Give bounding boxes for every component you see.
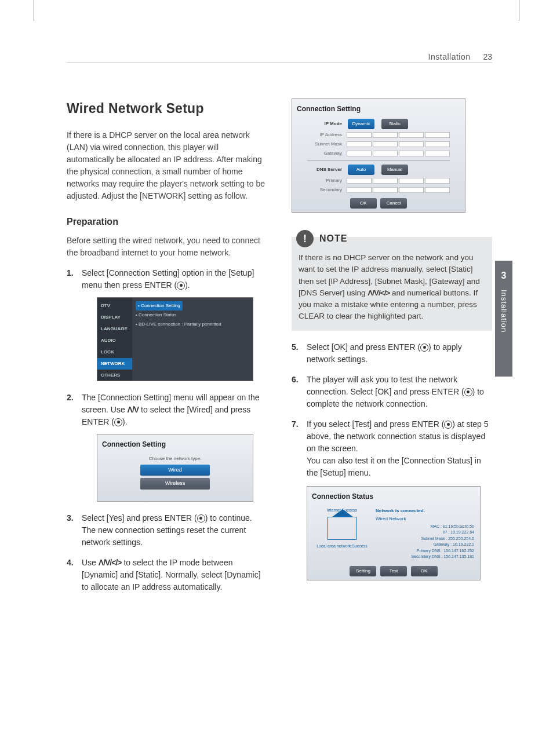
enter-icon — [114, 418, 122, 426]
option-wired: Wired — [140, 465, 210, 476]
side-tab-label: Installation — [498, 290, 510, 333]
preparation-text: Before setting the wired network, you ne… — [67, 235, 267, 259]
screenshot-setup-menu: DTV DISPLAY LANGUAGE AUDIO LOCK NETWORK … — [97, 297, 253, 381]
step-7: 7. If you select [Test] and press ENTER … — [292, 418, 492, 580]
field-label: Secondary — [307, 187, 342, 193]
section-title: Wired Network Setup — [67, 98, 267, 119]
screenshot-connection-type: Connection Setting Choose the network ty… — [97, 434, 253, 502]
step-3: 3. Select [Yes] and press ENTER () to co… — [67, 512, 267, 549]
sidebar-item: DTV — [97, 300, 132, 312]
enter-icon — [197, 514, 205, 523]
step-text: Select [Connection Setting] option in th… — [82, 268, 254, 290]
side-tab: 3 Installation — [495, 261, 512, 377]
arrows-up-down-icon: Λ/V — [128, 405, 139, 414]
status-kv: MAC : e1:1b:5b:ac:t6:5b — [376, 524, 474, 530]
field-label: Primary — [307, 177, 342, 184]
option-wireless: Wireless — [140, 478, 210, 490]
right-column: Connection Setting IP Mode Dynamic Stati… — [292, 98, 492, 601]
sidebar-item: LANGUAGE — [97, 323, 132, 335]
header-rule — [67, 63, 492, 63]
step-number: 4. — [67, 557, 74, 569]
step-number: 3. — [67, 512, 74, 524]
shot-title: Connection Setting — [296, 103, 461, 118]
page-crop-left — [34, 0, 34, 21]
step-text: Select [Yes] and press ENTER ( — [82, 513, 197, 523]
cancel-button: Cancel — [380, 198, 407, 209]
step-text: ). — [185, 280, 190, 290]
ip-mode-label: IP Mode — [307, 120, 342, 127]
status-kv: IP : 10.19.222.64 — [376, 529, 474, 536]
setup-main: • Connection Setting • Connection Status… — [132, 298, 253, 381]
status-kv: Subnet Mask : 255.255.254.0 — [376, 536, 474, 542]
menu-line-active: • Connection Setting — [136, 301, 183, 311]
step-text: If you select [Test] and press ENTER ( — [307, 419, 444, 429]
note-title: NOTE — [319, 232, 347, 246]
field-label: IP Address — [307, 132, 342, 138]
shot-title: Connection Status — [311, 490, 476, 505]
status-header: Network is connected. — [376, 507, 474, 514]
sidebar-item: AUDIO — [97, 335, 132, 346]
step-4: 4. Use Λ/V/</> to select the IP mode bet… — [67, 557, 267, 593]
note-box: ! NOTE If there is no DHCP server on the… — [292, 237, 492, 331]
dns-label: DNS Server — [307, 166, 342, 173]
step-5: 5. Select [OK] and press ENTER () to app… — [292, 341, 492, 366]
note-bang-icon: ! — [296, 230, 314, 247]
setup-sidebar: DTV DISPLAY LANGUAGE AUDIO LOCK NETWORK … — [97, 298, 132, 381]
step-text: ). — [122, 417, 128, 426]
dns-manual: Manual — [381, 165, 408, 175]
ip-mode-dynamic: Dynamic — [348, 119, 374, 129]
enter-icon — [464, 388, 472, 396]
step-number: 2. — [67, 392, 74, 404]
step-1: 1. Select [Connection Setting] option in… — [67, 267, 267, 381]
sidebar-item: OTHERS — [97, 370, 132, 381]
page-crop-right — [519, 0, 519, 21]
field-label: Subnet Mask — [307, 141, 342, 148]
status-kv: Primary DNS : 156.147.162.252 — [376, 548, 474, 554]
status-lan: Local area network:Success — [313, 543, 371, 550]
arrows-all-icon: Λ/V/</> — [99, 558, 122, 567]
step-number: 1. — [67, 267, 74, 279]
setting-button: Setting — [350, 566, 376, 576]
step-number: 7. — [292, 418, 299, 430]
step-2: 2. The [Connection Setting] menu will ap… — [67, 392, 267, 502]
step-text: You can also test it on the [Connection … — [307, 456, 481, 477]
step-text: Select [OK] and press ENTER ( — [307, 342, 420, 352]
ok-button: OK — [350, 198, 377, 209]
enter-icon — [420, 344, 428, 352]
status-kv: Secondary DNS : 156.147.135.181 — [376, 554, 474, 560]
header-page-number: 23 — [483, 52, 492, 61]
ok-button: OK — [411, 566, 438, 576]
header-section: Installation — [428, 52, 471, 61]
status-kv: Gateway : 10.19.222.1 — [376, 542, 474, 548]
step-6: 6. The player will ask you to test the n… — [292, 374, 492, 410]
step-number: 5. — [292, 341, 299, 353]
step-text: Use — [82, 558, 99, 567]
menu-line: • Connection Status — [136, 311, 249, 320]
status-sub: Wired Network — [376, 516, 474, 523]
dns-auto: Auto — [348, 165, 374, 175]
ip-mode-static: Static — [381, 119, 408, 129]
arrows-all-icon: Λ/V/</> — [368, 288, 390, 297]
preparation-title: Preparation — [67, 215, 267, 229]
shot-title: Connection Setting — [101, 438, 249, 455]
menu-line: • BD-LIVE connection : Partially permitt… — [136, 320, 249, 329]
sidebar-item-active: NETWORK — [97, 358, 132, 370]
field-label: Gateway — [307, 150, 342, 157]
side-tab-number: 3 — [501, 269, 507, 283]
left-column: Wired Network Setup If there is a DHCP s… — [67, 98, 267, 601]
test-button: Test — [380, 566, 407, 576]
screenshot-ip-mode: Connection Setting IP Mode Dynamic Stati… — [292, 98, 465, 213]
step-text: The player will ask you to test the netw… — [307, 375, 464, 396]
enter-icon — [444, 421, 452, 429]
sidebar-item: DISPLAY — [97, 312, 132, 323]
intro-paragraph: If there is a DHCP server on the local a… — [67, 129, 267, 202]
screenshot-connection-status: Connection Status Internet:Success Local… — [307, 486, 481, 580]
step-number: 6. — [292, 374, 299, 386]
shot-hint: Choose the network type. — [101, 455, 249, 462]
enter-icon — [177, 282, 185, 290]
sidebar-item: LOCK — [97, 346, 132, 358]
house-icon — [328, 517, 356, 540]
page-header: Installation 23 — [428, 51, 492, 63]
